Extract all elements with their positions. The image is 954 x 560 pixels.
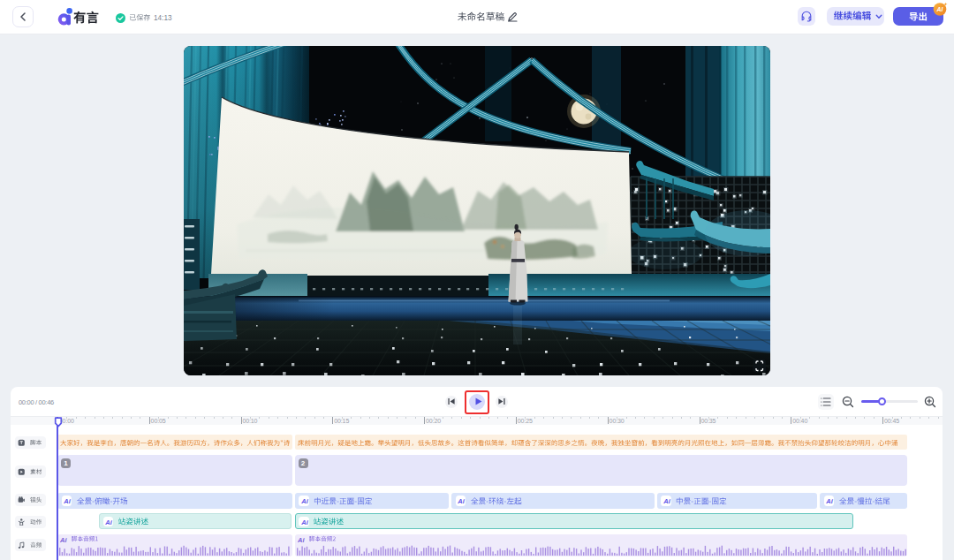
svg-text:Ai: Ai [662,497,670,504]
svg-text:AI: AI [936,6,943,12]
svg-text:Ai: Ai [825,497,833,504]
svg-text:Ai: Ai [298,535,305,543]
svg-text:Ai: Ai [63,497,71,504]
svg-text:Ai: Ai [300,518,308,526]
svg-text:Ai: Ai [104,518,112,526]
svg-text:Ai: Ai [300,497,308,504]
svg-text:Ai: Ai [60,535,67,543]
svg-text:Ai: Ai [457,497,465,504]
